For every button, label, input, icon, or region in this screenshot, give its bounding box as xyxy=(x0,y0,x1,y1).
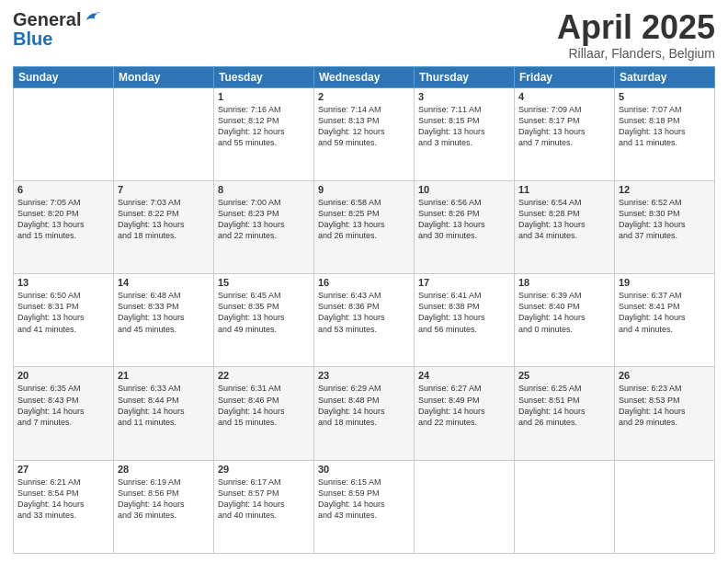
day-info: Sunrise: 6:48 AMSunset: 8:33 PMDaylight:… xyxy=(118,290,210,335)
calendar-cell: 25Sunrise: 6:25 AMSunset: 8:51 PMDayligh… xyxy=(515,367,615,460)
day-info: Sunrise: 6:58 AMSunset: 8:25 PMDaylight:… xyxy=(318,197,410,242)
col-wednesday: Wednesday xyxy=(314,66,415,87)
day-info: Sunrise: 6:33 AMSunset: 8:44 PMDaylight:… xyxy=(118,383,210,428)
header: General Blue April 2025 Rillaar, Flander… xyxy=(13,9,715,61)
day-number: 7 xyxy=(118,184,210,195)
day-info: Sunrise: 6:52 AMSunset: 8:30 PMDaylight:… xyxy=(619,197,711,242)
day-number: 11 xyxy=(518,184,610,195)
calendar-cell: 13Sunrise: 6:50 AMSunset: 8:31 PMDayligh… xyxy=(14,274,114,367)
calendar-cell xyxy=(415,460,515,553)
day-number: 29 xyxy=(218,464,310,475)
day-number: 8 xyxy=(218,184,310,195)
logo-general: General xyxy=(13,9,81,30)
location: Rillaar, Flanders, Belgium xyxy=(557,46,715,61)
day-number: 1 xyxy=(218,91,310,102)
day-info: Sunrise: 6:15 AMSunset: 8:59 PMDaylight:… xyxy=(318,477,410,522)
day-number: 16 xyxy=(318,277,410,288)
day-number: 12 xyxy=(619,184,711,195)
header-row: Sunday Monday Tuesday Wednesday Thursday… xyxy=(14,66,715,87)
day-info: Sunrise: 6:17 AMSunset: 8:57 PMDaylight:… xyxy=(218,477,310,522)
day-number: 17 xyxy=(418,277,510,288)
logo-blue-text: Blue xyxy=(13,29,52,49)
calendar-cell xyxy=(14,87,114,180)
day-number: 14 xyxy=(118,277,210,288)
logo: General Blue xyxy=(13,9,100,50)
day-number: 21 xyxy=(118,370,210,381)
calendar-cell xyxy=(515,460,615,553)
calendar-cell: 6Sunrise: 7:05 AMSunset: 8:20 PMDaylight… xyxy=(14,180,114,273)
calendar-cell: 26Sunrise: 6:23 AMSunset: 8:53 PMDayligh… xyxy=(615,367,715,460)
day-info: Sunrise: 6:35 AMSunset: 8:43 PMDaylight:… xyxy=(17,383,109,428)
day-info: Sunrise: 6:29 AMSunset: 8:48 PMDaylight:… xyxy=(318,383,410,428)
day-number: 9 xyxy=(318,184,410,195)
calendar-cell: 8Sunrise: 7:00 AMSunset: 8:23 PMDaylight… xyxy=(214,180,314,273)
day-info: Sunrise: 6:56 AMSunset: 8:26 PMDaylight:… xyxy=(418,197,510,242)
calendar-week-1: 1Sunrise: 7:16 AMSunset: 8:12 PMDaylight… xyxy=(14,87,715,180)
day-info: Sunrise: 6:31 AMSunset: 8:46 PMDaylight:… xyxy=(218,383,310,428)
day-info: Sunrise: 6:54 AMSunset: 8:28 PMDaylight:… xyxy=(518,197,610,242)
day-info: Sunrise: 6:45 AMSunset: 8:35 PMDaylight:… xyxy=(218,290,310,335)
calendar-cell: 14Sunrise: 6:48 AMSunset: 8:33 PMDayligh… xyxy=(114,274,214,367)
month-title: April 2025 xyxy=(557,9,715,46)
day-info: Sunrise: 7:11 AMSunset: 8:15 PMDaylight:… xyxy=(418,104,510,149)
col-sunday: Sunday xyxy=(14,66,114,87)
calendar-week-2: 6Sunrise: 7:05 AMSunset: 8:20 PMDaylight… xyxy=(14,180,715,273)
day-number: 30 xyxy=(318,464,410,475)
calendar-cell: 3Sunrise: 7:11 AMSunset: 8:15 PMDaylight… xyxy=(415,87,515,180)
calendar-body: 1Sunrise: 7:16 AMSunset: 8:12 PMDaylight… xyxy=(14,87,715,553)
day-info: Sunrise: 7:03 AMSunset: 8:22 PMDaylight:… xyxy=(118,197,210,242)
logo-bird-icon xyxy=(84,9,100,26)
calendar-cell: 28Sunrise: 6:19 AMSunset: 8:56 PMDayligh… xyxy=(114,460,214,553)
day-number: 2 xyxy=(318,91,410,102)
day-info: Sunrise: 7:07 AMSunset: 8:18 PMDaylight:… xyxy=(619,104,711,149)
calendar-cell: 21Sunrise: 6:33 AMSunset: 8:44 PMDayligh… xyxy=(114,367,214,460)
day-info: Sunrise: 6:23 AMSunset: 8:53 PMDaylight:… xyxy=(619,383,711,428)
day-info: Sunrise: 6:41 AMSunset: 8:38 PMDaylight:… xyxy=(418,290,510,335)
calendar-cell: 15Sunrise: 6:45 AMSunset: 8:35 PMDayligh… xyxy=(214,274,314,367)
day-number: 5 xyxy=(619,91,711,102)
col-thursday: Thursday xyxy=(415,66,515,87)
calendar-cell: 2Sunrise: 7:14 AMSunset: 8:13 PMDaylight… xyxy=(314,87,415,180)
day-number: 3 xyxy=(418,91,510,102)
day-info: Sunrise: 7:14 AMSunset: 8:13 PMDaylight:… xyxy=(318,104,410,149)
calendar-cell: 22Sunrise: 6:31 AMSunset: 8:46 PMDayligh… xyxy=(214,367,314,460)
day-info: Sunrise: 7:00 AMSunset: 8:23 PMDaylight:… xyxy=(218,197,310,242)
calendar-cell: 1Sunrise: 7:16 AMSunset: 8:12 PMDaylight… xyxy=(214,87,314,180)
col-friday: Friday xyxy=(515,66,615,87)
day-info: Sunrise: 7:16 AMSunset: 8:12 PMDaylight:… xyxy=(218,104,310,149)
day-number: 19 xyxy=(619,277,711,288)
day-number: 24 xyxy=(418,370,510,381)
day-info: Sunrise: 6:39 AMSunset: 8:40 PMDaylight:… xyxy=(518,290,610,335)
day-number: 10 xyxy=(418,184,510,195)
day-number: 23 xyxy=(318,370,410,381)
calendar-cell xyxy=(615,460,715,553)
calendar-cell: 24Sunrise: 6:27 AMSunset: 8:49 PMDayligh… xyxy=(415,367,515,460)
calendar-cell: 5Sunrise: 7:07 AMSunset: 8:18 PMDaylight… xyxy=(615,87,715,180)
day-number: 4 xyxy=(518,91,610,102)
calendar-cell: 10Sunrise: 6:56 AMSunset: 8:26 PMDayligh… xyxy=(415,180,515,273)
calendar-cell: 23Sunrise: 6:29 AMSunset: 8:48 PMDayligh… xyxy=(314,367,415,460)
day-info: Sunrise: 6:25 AMSunset: 8:51 PMDaylight:… xyxy=(518,383,610,428)
calendar-cell: 19Sunrise: 6:37 AMSunset: 8:41 PMDayligh… xyxy=(615,274,715,367)
day-info: Sunrise: 6:43 AMSunset: 8:36 PMDaylight:… xyxy=(318,290,410,335)
day-number: 25 xyxy=(518,370,610,381)
logo-text: General xyxy=(13,9,100,30)
title-block: April 2025 Rillaar, Flanders, Belgium xyxy=(557,9,715,61)
calendar-week-3: 13Sunrise: 6:50 AMSunset: 8:31 PMDayligh… xyxy=(14,274,715,367)
day-number: 20 xyxy=(17,370,109,381)
calendar-cell: 16Sunrise: 6:43 AMSunset: 8:36 PMDayligh… xyxy=(314,274,415,367)
col-tuesday: Tuesday xyxy=(214,66,314,87)
calendar-cell: 9Sunrise: 6:58 AMSunset: 8:25 PMDaylight… xyxy=(314,180,415,273)
calendar-cell: 4Sunrise: 7:09 AMSunset: 8:17 PMDaylight… xyxy=(515,87,615,180)
day-number: 27 xyxy=(17,464,109,475)
day-number: 15 xyxy=(218,277,310,288)
calendar-cell: 18Sunrise: 6:39 AMSunset: 8:40 PMDayligh… xyxy=(515,274,615,367)
page: General Blue April 2025 Rillaar, Flander… xyxy=(0,0,728,563)
col-saturday: Saturday xyxy=(615,66,715,87)
day-number: 22 xyxy=(218,370,310,381)
day-info: Sunrise: 6:50 AMSunset: 8:31 PMDaylight:… xyxy=(17,290,109,335)
calendar-cell: 20Sunrise: 6:35 AMSunset: 8:43 PMDayligh… xyxy=(14,367,114,460)
day-info: Sunrise: 6:21 AMSunset: 8:54 PMDaylight:… xyxy=(17,477,109,522)
day-number: 28 xyxy=(118,464,210,475)
calendar-cell: 17Sunrise: 6:41 AMSunset: 8:38 PMDayligh… xyxy=(415,274,515,367)
